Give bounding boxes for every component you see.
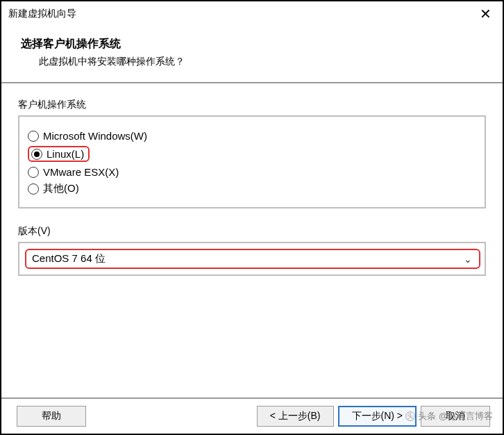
version-select[interactable]: CentOS 7 64 位 ⌄ bbox=[25, 249, 480, 269]
radio-icon bbox=[28, 131, 39, 142]
radio-icon bbox=[28, 167, 39, 178]
radio-windows[interactable]: Microsoft Windows(W) bbox=[28, 129, 476, 142]
radio-icon bbox=[31, 149, 42, 160]
radio-label-other: 其他(O) bbox=[43, 182, 79, 195]
page-subtitle: 此虚拟机中将安装哪种操作系统？ bbox=[21, 56, 483, 68]
radio-icon bbox=[28, 183, 39, 195]
version-select-wrap: CentOS 7 64 位 ⌄ bbox=[18, 242, 486, 276]
os-group-label: 客户机操作系统 bbox=[18, 99, 486, 111]
version-section: 版本(V) CentOS 7 64 位 ⌄ bbox=[18, 225, 486, 276]
header-section: 选择客户机操作系统 此虚拟机中将安装哪种操作系统？ bbox=[1, 27, 503, 83]
os-radio-group: Microsoft Windows(W) Linux(L) VMware ESX… bbox=[18, 115, 486, 208]
radio-vmware[interactable]: VMware ESX(X) bbox=[28, 165, 476, 179]
close-icon[interactable]: ✕ bbox=[476, 6, 496, 22]
cancel-button[interactable]: 取消 bbox=[421, 406, 490, 427]
radio-other[interactable]: 其他(O) bbox=[28, 181, 476, 196]
dialog-footer: 帮助 < 上一步(B) 下一步(N) > 取消 bbox=[1, 397, 503, 434]
help-button[interactable]: 帮助 bbox=[17, 406, 86, 427]
page-title: 选择客户机操作系统 bbox=[21, 37, 483, 51]
version-selected-text: CentOS 7 64 位 bbox=[28, 252, 106, 265]
dialog-title: 新建虚拟机向导 bbox=[8, 8, 76, 20]
dialog-body: 客户机操作系统 Microsoft Windows(W) Linux(L) VM… bbox=[1, 83, 503, 397]
nav-button-group: < 上一步(B) 下一步(N) > 取消 bbox=[257, 406, 490, 427]
radio-linux[interactable]: Linux(L) bbox=[28, 145, 476, 163]
radio-label-windows: Microsoft Windows(W) bbox=[43, 130, 147, 142]
chevron-down-icon: ⌄ bbox=[464, 254, 478, 265]
next-button[interactable]: 下一步(N) > bbox=[338, 406, 417, 427]
wizard-dialog: 新建虚拟机向导 ✕ 选择客户机操作系统 此虚拟机中将安装哪种操作系统？ 客户机操… bbox=[0, 0, 504, 435]
titlebar: 新建虚拟机向导 ✕ bbox=[1, 1, 503, 27]
radio-label-linux: Linux(L) bbox=[47, 148, 84, 160]
highlight-linux: Linux(L) bbox=[28, 146, 90, 162]
radio-label-vmware: VMware ESX(X) bbox=[43, 166, 119, 178]
version-label: 版本(V) bbox=[18, 225, 486, 238]
back-button[interactable]: < 上一步(B) bbox=[257, 406, 334, 427]
